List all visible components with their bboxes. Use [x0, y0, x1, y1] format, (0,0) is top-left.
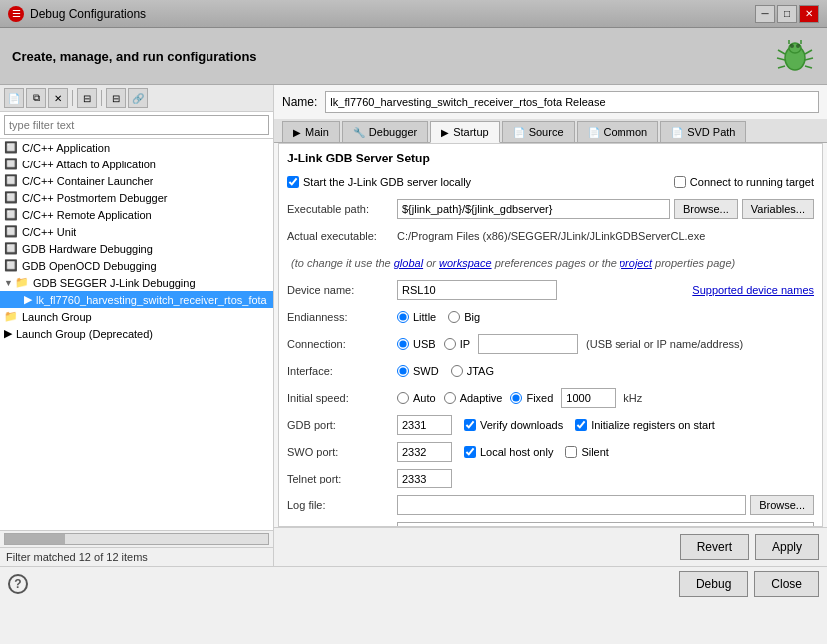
close-button[interactable]: ✕	[799, 5, 819, 23]
left-hscrollbar[interactable]	[4, 533, 269, 545]
fixed-speed-radio[interactable]	[510, 392, 522, 404]
ip-label: IP	[444, 338, 470, 350]
svg-line-2	[778, 50, 785, 54]
help-button[interactable]: ?	[8, 574, 28, 594]
cpp-unit-icon: 🔲	[4, 225, 18, 238]
connection-label: Connection:	[287, 338, 397, 350]
gdb-port-row: GDB port: Verify downloads Initialize re…	[287, 414, 814, 436]
initial-speed-label: Initial speed:	[287, 392, 397, 404]
swd-radio[interactable]	[397, 365, 409, 377]
exec-path-vars-button[interactable]: Variables...	[742, 199, 814, 219]
duplicate-button[interactable]: ⧉	[26, 88, 46, 108]
minimize-button[interactable]: ─	[755, 5, 775, 23]
main-tab-icon: ▶	[293, 127, 301, 138]
supported-devices-link[interactable]: Supported device names	[692, 284, 814, 296]
global-link[interactable]: global	[394, 257, 423, 269]
tree-item-segger-child[interactable]: ▶ lk_fl7760_harvesting_switch_receiver_r…	[0, 291, 273, 308]
tab-source[interactable]: 📄 Source	[502, 121, 575, 142]
usb-radio[interactable]	[397, 338, 409, 350]
init-registers-text: Initialize registers on start	[591, 419, 715, 431]
ip-value-input[interactable]	[478, 334, 578, 354]
gdb-port-input[interactable]	[397, 415, 452, 435]
telnet-port-row: Telnet port:	[287, 468, 814, 489]
tree-item-cpp-remote[interactable]: 🔲 C/C++ Remote Application	[0, 206, 273, 223]
jtag-radio[interactable]	[451, 365, 463, 377]
little-endian-radio[interactable]	[397, 311, 409, 323]
tree-item-gdb-segger[interactable]: ▼ 📁 GDB SEGGER J-Link Debugging	[0, 274, 273, 291]
project-link[interactable]: project	[620, 257, 652, 269]
filter-button[interactable]: ⊟	[77, 88, 97, 108]
workspace-link[interactable]: workspace	[439, 257, 492, 269]
big-endian-text: Big	[464, 311, 480, 323]
common-tab-icon: 📄	[588, 127, 600, 138]
hint-middle: preferences pages or the	[495, 257, 620, 269]
adaptive-speed-radio[interactable]	[444, 392, 456, 404]
connect-running-checkbox[interactable]	[674, 176, 686, 188]
verify-downloads-checkbox[interactable]	[464, 419, 476, 431]
local-host-checkbox[interactable]	[464, 446, 476, 458]
svg-line-6	[805, 58, 813, 60]
tree-item-launch-group-dep[interactable]: ▶ Launch Group (Deprecated)	[0, 325, 273, 342]
device-name-input[interactable]	[397, 280, 557, 300]
config-tree: 🔲 C/C++ Application 🔲 C/C++ Attach to Ap…	[0, 139, 273, 530]
big-endian-radio[interactable]	[448, 311, 460, 323]
tree-item-launch-group[interactable]: 📁 Launch Group	[0, 308, 273, 325]
filter-input[interactable]	[4, 115, 269, 135]
tree-item-cpp-app[interactable]: 🔲 C/C++ Application	[0, 139, 273, 156]
init-registers-checkbox[interactable]	[575, 419, 587, 431]
tab-startup[interactable]: ▶ Startup	[430, 121, 499, 143]
tree-item-gdb-hw[interactable]: 🔲 GDB Hardware Debugging	[0, 240, 273, 257]
tree-item-gdb-openocd[interactable]: 🔲 GDB OpenOCD Debugging	[0, 257, 273, 274]
log-file-control: Browse...	[397, 495, 814, 515]
tab-debugger[interactable]: 🔧 Debugger	[342, 121, 428, 142]
silent-checkbox[interactable]	[565, 446, 577, 458]
name-label: Name:	[282, 95, 317, 109]
svd-tab-label: SVD Path	[687, 126, 735, 138]
debugger-tab-icon: 🔧	[353, 127, 365, 138]
cpp-remote-label: C/C++ Remote Application	[22, 209, 152, 221]
connection-control: USB IP (USB serial or IP name/address)	[397, 334, 814, 354]
apply-button[interactable]: Apply	[755, 534, 819, 560]
telnet-port-input[interactable]	[397, 469, 452, 488]
exec-path-input[interactable]	[397, 199, 670, 219]
config-name-input[interactable]	[325, 91, 819, 113]
log-file-input[interactable]	[397, 495, 746, 515]
footer-right: Debug Close	[679, 571, 819, 597]
revert-button[interactable]: Revert	[680, 534, 749, 560]
auto-speed-text: Auto	[413, 392, 436, 404]
debugger-form: J-Link GDB Server Setup Start the J-Link…	[278, 143, 823, 527]
adaptive-speed-label: Adaptive	[444, 392, 503, 404]
tree-item-cpp-unit[interactable]: 🔲 C/C++ Unit	[0, 223, 273, 240]
auto-speed-radio[interactable]	[397, 392, 409, 404]
cpp-attach-icon: 🔲	[4, 158, 18, 170]
start-server-checkbox[interactable]	[287, 176, 299, 188]
collapse-all-button[interactable]: ⊟	[106, 88, 126, 108]
close-window-button[interactable]: Close	[754, 571, 819, 597]
gdb-hw-label: GDB Hardware Debugging	[22, 243, 153, 255]
initial-speed-row: Initial speed: Auto Adaptive Fixed	[287, 387, 814, 409]
link-button[interactable]: 🔗	[128, 88, 148, 108]
debug-button[interactable]: Debug	[679, 571, 748, 597]
cpp-container-label: C/C++ Container Launcher	[22, 175, 153, 187]
log-file-browse-button[interactable]: Browse...	[750, 495, 814, 515]
debugger-tab-label: Debugger	[369, 126, 417, 138]
speed-value-input[interactable]	[561, 388, 616, 408]
gdb-openocd-label: GDB OpenOCD Debugging	[22, 260, 157, 272]
tab-svd-path[interactable]: 📄 SVD Path	[660, 121, 746, 142]
actual-exec-label: Actual executable:	[287, 230, 397, 242]
tab-main[interactable]: ▶ Main	[282, 121, 340, 142]
source-tab-icon: 📄	[513, 127, 525, 138]
new-config-button[interactable]: 📄	[4, 88, 24, 108]
tab-common[interactable]: 📄 Common	[577, 121, 659, 142]
maximize-button[interactable]: □	[777, 5, 797, 23]
exec-path-browse-button[interactable]: Browse...	[674, 199, 738, 219]
window-title: Debug Configurations	[30, 7, 146, 21]
tree-item-cpp-container[interactable]: 🔲 C/C++ Container Launcher	[0, 172, 273, 189]
ip-text: IP	[460, 338, 470, 350]
ip-radio[interactable]	[444, 338, 456, 350]
swo-port-input[interactable]	[397, 442, 452, 462]
delete-button[interactable]: ✕	[48, 88, 68, 108]
tree-item-cpp-attach[interactable]: 🔲 C/C++ Attach to Application	[0, 156, 273, 172]
interface-label: Interface:	[287, 365, 397, 377]
tree-item-cpp-postmortem[interactable]: 🔲 C/C++ Postmortem Debugger	[0, 189, 273, 206]
